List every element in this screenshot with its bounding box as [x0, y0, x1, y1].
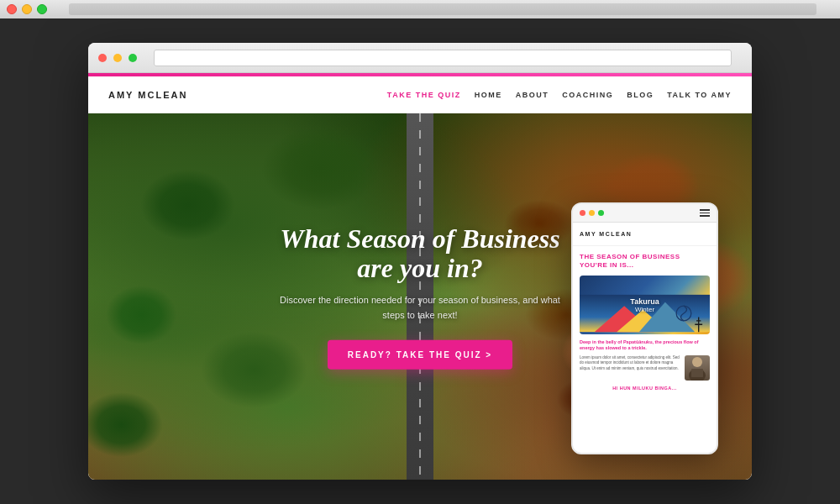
phone-avatar	[685, 355, 710, 381]
avatar-illustration	[685, 355, 710, 381]
browser-close[interactable]	[98, 54, 107, 62]
season-english: Winter	[630, 305, 659, 312]
avatar-image	[685, 355, 710, 381]
season-label: Takurua Winter	[630, 297, 659, 312]
nav-about[interactable]: ABOUT	[516, 91, 549, 99]
phone-nav: AMY MCLEAN	[573, 223, 717, 246]
maximize-button[interactable]	[37, 4, 47, 14]
nav-blog[interactable]: BLOG	[627, 91, 654, 99]
phone-season-card: Takurua Winter	[580, 276, 710, 334]
phone-title-bar	[573, 204, 717, 223]
phone-content: THE SEASON OF BUSINESS YOU'RE IN IS...	[573, 246, 717, 401]
close-button[interactable]	[7, 4, 17, 14]
address-bar[interactable]	[69, 3, 816, 15]
nav-links: TAKE THE QUIZ HOME ABOUT COACHING BLOG T…	[387, 91, 732, 99]
phone-dot-red	[580, 210, 585, 216]
menu-line	[700, 213, 710, 214]
url-bar[interactable]	[154, 50, 732, 66]
phone-result-title: THE SEASON OF BUSINESS YOU'RE IN IS...	[580, 253, 710, 270]
phone-description: Deep in the belly of Papatūānuku, the pr…	[580, 339, 710, 352]
menu-line	[700, 215, 710, 217]
hero-subheading: Discover the direction needed for your s…	[277, 293, 563, 323]
minimize-button[interactable]	[22, 4, 32, 14]
hero-heading: What Season of Business are you in?	[277, 224, 563, 283]
nav-home[interactable]: HOME	[475, 91, 502, 99]
phone-cta[interactable]: HI HUN MILUKU BINGA...	[580, 386, 710, 391]
hero-section: What Season of Business are you in? Disc…	[88, 113, 752, 480]
browser-maximize[interactable]	[129, 54, 137, 62]
hero-content: What Season of Business are you in? Disc…	[277, 224, 563, 370]
nav-take-quiz[interactable]: TAKE THE QUIZ	[387, 91, 461, 99]
phone-menu-icon[interactable]	[700, 209, 710, 217]
phone-mockup: AMY MCLEAN THE SEASON OF BUSINESS YOU'RE…	[571, 202, 718, 454]
phone-body-section: Lorem ipsum dolor sit amet, consectetur …	[580, 355, 710, 381]
phone-dot-yellow	[589, 210, 595, 216]
menu-line	[700, 209, 710, 211]
nav-coaching[interactable]: COACHING	[562, 91, 613, 99]
site-logo: AMY MCLEAN	[108, 90, 187, 100]
title-bar	[0, 0, 840, 18]
svg-rect-10	[691, 369, 703, 377]
nav-talk-to-amy[interactable]: TALK TO AMY	[667, 91, 732, 99]
navigation: AMY MCLEAN TAKE THE QUIZ HOME ABOUT COAC…	[88, 76, 752, 113]
season-maori: Takurua	[630, 297, 659, 305]
browser-window: AMY MCLEAN TAKE THE QUIZ HOME ABOUT COAC…	[88, 43, 752, 480]
take-quiz-button[interactable]: READY? TAKE THE QUIZ >	[328, 339, 512, 369]
phone-dot-green	[598, 210, 604, 216]
browser-chrome	[88, 43, 752, 73]
phone-logo: AMY MCLEAN	[580, 231, 632, 237]
svg-point-8	[692, 357, 702, 367]
website: AMY MCLEAN TAKE THE QUIZ HOME ABOUT COAC…	[88, 73, 752, 480]
desktop: AMY MCLEAN TAKE THE QUIZ HOME ABOUT COAC…	[0, 0, 840, 504]
browser-minimize[interactable]	[113, 54, 122, 62]
